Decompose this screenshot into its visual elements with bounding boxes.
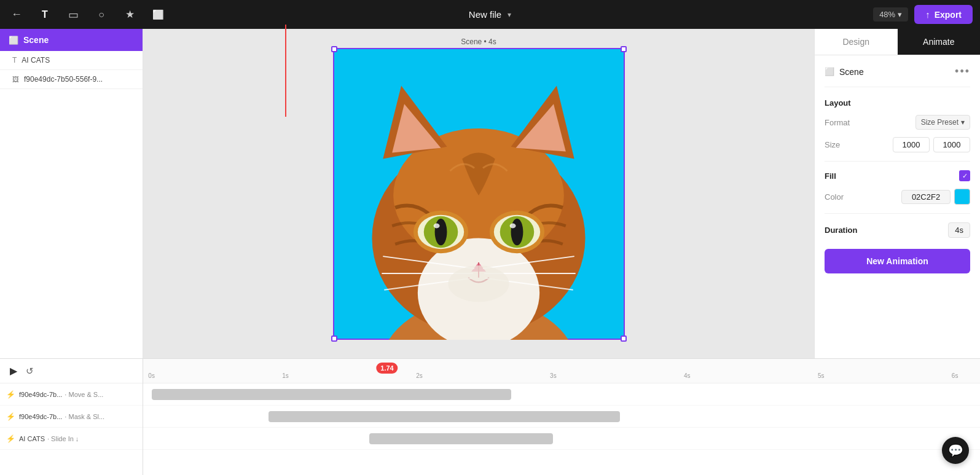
lightning-icon-2: ⚡	[6, 434, 15, 443]
play-button[interactable]: ▶	[10, 365, 17, 377]
tab-design[interactable]: Design	[815, 29, 898, 55]
circle-tool-button[interactable]: ○	[92, 6, 111, 24]
svg-point-17	[511, 218, 523, 245]
layer-item-text[interactable]: T AI CATS	[0, 51, 143, 70]
canvas-area: Scene • 4s	[143, 29, 814, 358]
svg-point-16	[500, 216, 534, 248]
svg-point-13	[434, 218, 447, 245]
zoom-button[interactable]: 48% ▾	[873, 7, 908, 22]
size-width-input[interactable]	[893, 137, 930, 152]
size-row: Size	[825, 137, 970, 152]
size-preset-button[interactable]: Size Preset ▾	[915, 115, 970, 130]
duration-value[interactable]: 4s	[948, 222, 970, 238]
svg-line-21	[383, 256, 474, 269]
track-effect-0: · Move & S...	[65, 391, 103, 398]
svg-point-11	[417, 214, 463, 249]
file-title[interactable]: New file	[469, 9, 501, 20]
divider-2	[825, 213, 970, 214]
track-bar-row-0	[143, 383, 980, 406]
track-bar-2[interactable]	[369, 433, 554, 444]
svg-marker-19	[471, 262, 486, 272]
main-area: ⬜ Scene T AI CATS 🖼 f90e49dc-7b50-556f-9…	[0, 29, 980, 358]
track-item-1[interactable]: ⚡ f90e49dc-7b... · Mask & Sl...	[0, 406, 143, 428]
track-bar-0[interactable]	[152, 389, 512, 400]
track-name-2: AI CATS	[19, 435, 45, 442]
ruler-6s: 6s	[952, 372, 958, 379]
chat-bubble-button[interactable]: 💬	[942, 437, 969, 464]
playhead-pill[interactable]: 1.74	[376, 363, 398, 374]
handle-bottom-left[interactable]	[331, 336, 337, 342]
image-layer-icon: 🖼	[12, 76, 19, 83]
scene-square-icon: ⬜	[9, 36, 18, 45]
track-bar-row-2	[143, 428, 980, 450]
duration-label: Duration	[825, 226, 857, 235]
replay-button[interactable]: ↺	[26, 366, 34, 377]
handle-bottom-right[interactable]	[621, 336, 627, 342]
star-tool-button[interactable]: ★	[120, 6, 139, 24]
timeline-right: 1.74 0s 1s 2s 3s 4s 5s 6s	[143, 359, 980, 475]
right-panel-tabs: Design Animate	[815, 29, 980, 55]
layer-name-ai-cats: AI CATS	[22, 56, 50, 65]
svg-point-27	[448, 265, 509, 302]
track-bar-1[interactable]	[269, 411, 620, 422]
scene-header[interactable]: ⬜ Scene	[0, 29, 143, 51]
format-label: Format	[825, 118, 850, 127]
size-height-input[interactable]	[933, 137, 970, 152]
lightning-icon-0: ⚡	[6, 390, 15, 399]
svg-point-3	[393, 128, 564, 262]
scene-label: Scene	[23, 35, 49, 45]
fill-checkbox[interactable]: ✓	[959, 170, 970, 181]
size-control	[893, 137, 970, 152]
color-label: Color	[825, 192, 844, 202]
handle-top-right[interactable]	[621, 46, 627, 52]
toolbar-right: 48% ▾ ↑ Export	[873, 5, 973, 24]
back-button[interactable]: ←	[7, 6, 26, 24]
rect-tool-button[interactable]: ▭	[64, 6, 82, 24]
svg-marker-4	[383, 85, 447, 159]
scene-icon-right: ⬜	[825, 67, 834, 76]
color-control	[901, 189, 970, 205]
svg-point-1	[381, 299, 576, 339]
layer-name-image: f90e49dc-7b50-556f-9...	[24, 75, 103, 84]
canvas-frame[interactable]	[333, 48, 625, 340]
text-tool-button[interactable]: T	[36, 6, 54, 24]
cat-image	[334, 49, 624, 339]
scene-row-left: ⬜ Scene	[825, 67, 864, 77]
lightning-icon-1: ⚡	[6, 412, 15, 421]
svg-line-24	[482, 256, 574, 269]
title-caret-icon[interactable]: ▾	[508, 10, 511, 19]
svg-point-18	[509, 223, 515, 228]
fill-row: Fill ✓	[825, 170, 970, 181]
track-item-0[interactable]: ⚡ f90e49dc-7b... · Move & S...	[0, 383, 143, 406]
scene-more-button[interactable]: •••	[955, 65, 970, 78]
timeline-ruler: 1.74 0s 1s 2s 3s 4s 5s 6s	[143, 359, 980, 383]
svg-point-9	[413, 210, 468, 253]
ruler-3s: 3s	[550, 372, 557, 379]
divider-1	[825, 161, 970, 162]
svg-point-15	[493, 214, 539, 249]
ruler-0s: 0s	[148, 372, 155, 379]
svg-rect-0	[334, 49, 624, 339]
top-toolbar: ← T ▭ ○ ★ ⬜ New file ▾ 48% ▾ ↑ Export	[0, 0, 980, 29]
new-animation-button[interactable]: New Animation	[825, 249, 970, 273]
timeline-area: ▶ ↺ ⚡ f90e49dc-7b... · Move & S... ⚡ f90…	[0, 358, 980, 475]
format-row: Format Size Preset ▾	[825, 115, 970, 130]
svg-point-8	[417, 238, 539, 340]
ruler-4s: 4s	[684, 372, 691, 379]
track-item-2[interactable]: ⚡ AI CATS · Slide In ↓	[0, 428, 143, 450]
color-swatch[interactable]	[954, 189, 970, 205]
svg-marker-5	[392, 104, 441, 152]
size-label: Size	[825, 140, 840, 149]
left-panel: ⬜ Scene T AI CATS 🖼 f90e49dc-7b50-556f-9…	[0, 29, 143, 358]
scene-row: ⬜ Scene •••	[825, 65, 970, 87]
track-name-1: f90e49dc-7b...	[19, 413, 62, 420]
color-hex-input[interactable]	[901, 190, 951, 204]
format-control: Size Preset ▾	[915, 115, 970, 130]
tab-animate[interactable]: Animate	[898, 29, 981, 55]
ruler-5s: 5s	[818, 372, 825, 379]
image-tool-button[interactable]: ⬜	[149, 6, 167, 24]
export-button[interactable]: ↑ Export	[914, 5, 973, 24]
layer-item-image[interactable]: 🖼 f90e49dc-7b50-556f-9...	[0, 70, 143, 89]
color-row: Color	[825, 189, 970, 205]
handle-top-left[interactable]	[331, 46, 337, 52]
